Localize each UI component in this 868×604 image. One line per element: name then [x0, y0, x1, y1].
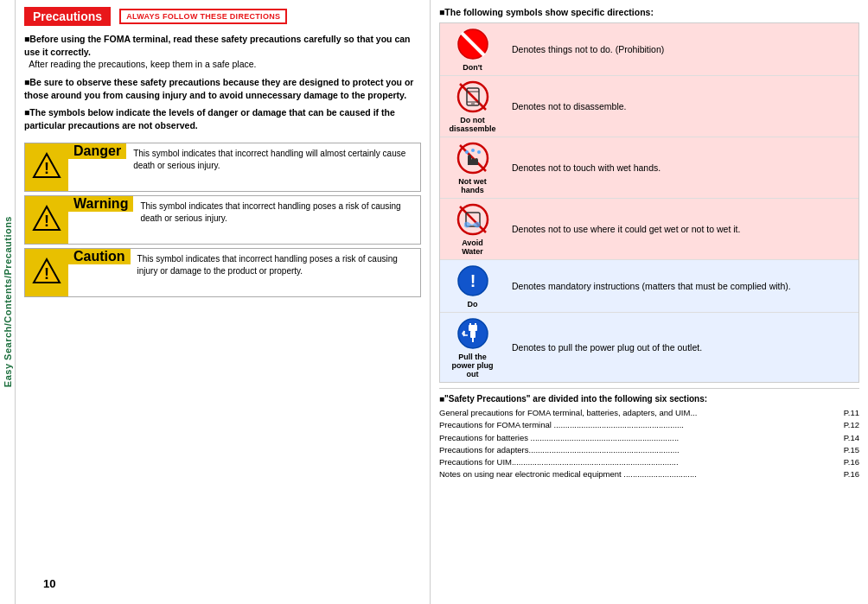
warning-label: Warning [73, 196, 128, 212]
avoid-water-desc: Denotes not to use where it could get we… [505, 218, 858, 241]
symbol-table: Don't Denotes things not to do. (Prohibi… [439, 22, 859, 383]
safety-item-1: General precautions for FOMA terminal, b… [439, 407, 859, 419]
svg-text:!: ! [469, 271, 475, 290]
right-panel: ■The following symbols show specific dir… [431, 0, 868, 604]
prohibition-icon [456, 27, 490, 61]
caution-label: Caution [73, 249, 125, 264]
caution-icon: ! [25, 249, 68, 296]
disassemble-icon-cell: Do not disassemble [440, 76, 505, 137]
danger-label: Danger [73, 143, 121, 159]
dont-icon-cell: Don't [440, 23, 505, 75]
sidebar-label: Easy Search/Contents/Precautions [3, 216, 13, 387]
caution-label-area: Caution [68, 249, 131, 264]
danger-icon: ! [25, 143, 68, 191]
precautions-header: Precautions ALWAYS FOLLOW THESE DIRECTIO… [24, 7, 421, 26]
safety-header: ■"Safety Precautions" are divided into t… [439, 392, 859, 405]
disassemble-icon [456, 79, 490, 114]
wet-hands-label: Not wet hands [458, 177, 487, 194]
always-follow-label: ALWAYS FOLLOW THESE DIRECTIONS [119, 9, 287, 24]
mandatory-label: Do [468, 300, 478, 308]
wet-hands-desc: Denotes not to touch with wet hands. [505, 156, 858, 180]
dont-label: Don't [463, 63, 482, 72]
warning-triangle-icon: ! [31, 151, 62, 182]
wet-hands-icon [456, 141, 490, 175]
precautions-title: Precautions [24, 7, 111, 26]
page-number: 10 [43, 577, 440, 590]
svg-point-16 [465, 150, 469, 154]
svg-line-20 [460, 207, 486, 232]
symbol-row-dont: Don't Denotes things not to do. (Prohibi… [440, 23, 858, 76]
warning-label-area: Warning [68, 196, 133, 212]
left-panel: Precautions ALWAYS FOLLOW THESE DIRECTIO… [16, 0, 431, 604]
disassemble-label: Do not disassemble [449, 116, 495, 133]
intro-text-3: ■The symbols below indicate the levels o… [24, 106, 421, 131]
danger-box: ! Danger This symbol indicates that inco… [24, 143, 421, 192]
intro-text-2: ■Be sure to observe these safety precaut… [24, 76, 421, 101]
svg-text:!: ! [44, 213, 49, 230]
mandatory-icon-cell: ! Do [440, 260, 505, 312]
safety-item-3: Precautions for batteries ..............… [439, 432, 859, 444]
power-plug-desc: Denotes to pull the power plug out of th… [505, 336, 858, 359]
danger-label-area: Danger [68, 143, 126, 159]
warning-desc: This symbol indicates that incorrect han… [133, 196, 420, 229]
symbol-row-mandatory: ! Do Denotes mandatory instructions (mat… [440, 260, 858, 313]
mandatory-desc: Denotes mandatory instructions (matters … [505, 275, 858, 298]
caution-desc: This symbol indicates that incorrect han… [131, 249, 420, 282]
svg-rect-25 [469, 325, 477, 331]
mandatory-icon: ! [456, 264, 490, 298]
caution-box: ! Caution This symbol indicates that inc… [24, 248, 421, 297]
svg-text:!: ! [44, 265, 49, 283]
wet-hands-icon-cell: Not wet hands [440, 137, 505, 198]
disassemble-desc: Denotes not to disassemble. [505, 95, 858, 118]
safety-item-6: Notes on using near electronic medical e… [439, 468, 859, 480]
safety-item-2: Precautions for FOMA terminal ..........… [439, 419, 859, 431]
avoid-water-icon [456, 202, 490, 237]
symbols-section-header: ■The following symbols show specific dir… [439, 7, 859, 17]
warning-box: ! Warning This symbol indicates that inc… [24, 195, 421, 245]
warning-triangle-icon-2: ! [31, 204, 62, 235]
danger-desc: This symbol indicates that incorrect han… [126, 143, 420, 176]
symbol-row-disassemble: Do not disassemble Denotes not to disass… [440, 76, 858, 137]
power-plug-label: Pull the power plug out [452, 353, 494, 378]
water-icon-cell: Avoid Water [440, 199, 505, 259]
safety-section: ■"Safety Precautions" are divided into t… [439, 388, 859, 481]
avoid-water-label: Avoid Water [462, 238, 483, 256]
svg-point-17 [471, 149, 475, 152]
intro-text-1: ■Before using the FOMA terminal, read th… [24, 33, 421, 71]
svg-point-18 [477, 150, 481, 154]
svg-text:!: ! [44, 160, 49, 177]
level-boxes: ! Danger This symbol indicates that inco… [24, 143, 421, 301]
symbol-row-wet-hands: Not wet hands Denotes not to touch with … [440, 137, 858, 199]
power-plug-icon-cell: Pull the power plug out [440, 313, 505, 382]
warning-triangle-icon-3: ! [31, 257, 62, 288]
symbol-row-power-plug: Pull the power plug out Denotes to pull … [440, 313, 858, 382]
dont-desc: Denotes things not to do. (Prohibition) [505, 38, 858, 61]
symbol-row-water: Avoid Water Denotes not to use where it … [440, 199, 858, 260]
main-content: Precautions ALWAYS FOLLOW THESE DIRECTIO… [16, 0, 868, 604]
safety-item-4: Precautions for adapters................… [439, 444, 859, 456]
warning-icon: ! [25, 196, 68, 244]
sidebar: Easy Search/Contents/Precautions [0, 0, 16, 604]
safety-item-5: Precautions for UIM.....................… [439, 456, 859, 468]
power-plug-icon [456, 316, 490, 351]
svg-rect-28 [470, 331, 475, 338]
